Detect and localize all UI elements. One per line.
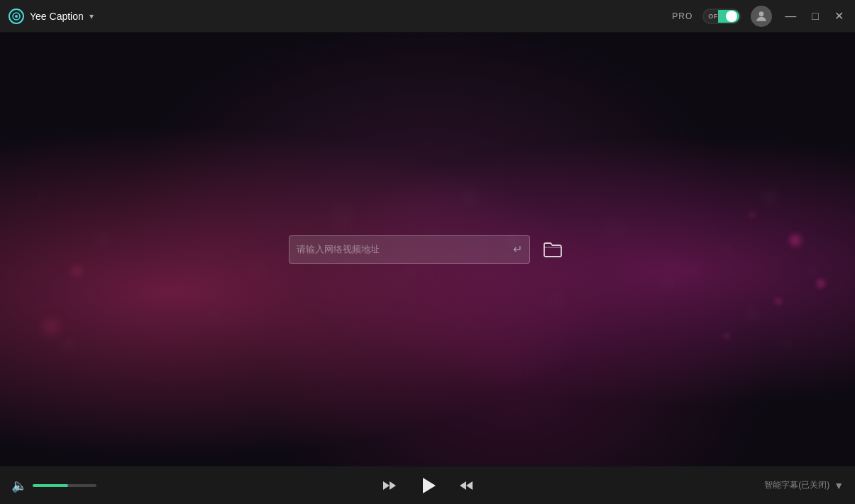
bokeh-circle (547, 292, 565, 310)
bokeh-circle (808, 267, 817, 275)
bokeh-circle (595, 159, 602, 166)
pro-toggle[interactable]: OFF (702, 9, 741, 24)
bokeh-circle (402, 263, 418, 279)
app-title: Yee Caption (30, 11, 84, 22)
fast-forward-button[interactable] (458, 478, 474, 493)
bokeh-circle (775, 298, 781, 304)
close-button[interactable]: ✕ (832, 9, 846, 23)
svg-marker-3 (383, 481, 390, 490)
volume-slider[interactable] (33, 484, 96, 487)
titlebar-right: PRO OFF — □ ✕ (672, 6, 846, 27)
maximize-button[interactable]: □ (809, 9, 822, 23)
bokeh-circle (746, 308, 759, 320)
titlebar: Yee Caption ▾ PRO OFF — □ ✕ (0, 0, 855, 33)
bokeh-circle (749, 212, 755, 218)
url-input-wrap: ↵ (289, 235, 530, 264)
subtitle-section: 智能字幕(已关闭) ▼ (730, 479, 844, 491)
controls-section (125, 475, 730, 496)
bokeh-circle (660, 276, 674, 291)
volume-icon[interactable]: 🔈 (11, 478, 27, 493)
play-button[interactable] (417, 475, 438, 496)
svg-point-2 (759, 11, 764, 16)
minimize-button[interactable]: — (782, 9, 799, 23)
bokeh-circle (72, 266, 82, 276)
volume-fill (33, 484, 68, 487)
bokeh-circle (22, 267, 29, 274)
bokeh-circle (790, 235, 801, 246)
bokeh-circle (783, 341, 790, 348)
bokeh-circle (423, 136, 433, 146)
pro-label: PRO (672, 11, 693, 21)
bokeh-circle (126, 159, 131, 165)
rewind-button[interactable] (382, 478, 397, 493)
center-input-area: ↵ (289, 235, 567, 264)
user-avatar[interactable] (751, 6, 772, 27)
titlebar-left: Yee Caption ▾ (9, 9, 94, 24)
bokeh-circle (460, 187, 480, 207)
volume-section: 🔈 (11, 478, 125, 493)
folder-button[interactable] (539, 235, 567, 264)
svg-marker-5 (423, 478, 436, 493)
bokeh-circle (38, 193, 47, 201)
dropdown-icon[interactable]: ▾ (89, 11, 94, 21)
bokeh-circle (762, 189, 778, 205)
bokeh-circle (246, 260, 267, 281)
bokeh-circle (296, 150, 303, 157)
bokeh-circle (817, 279, 825, 288)
bokeh-circle (62, 338, 75, 351)
bottom-bar: 🔈 智能字幕(已关闭) ▼ (0, 466, 855, 504)
svg-marker-4 (390, 481, 396, 490)
main-area: ↵ (0, 33, 855, 466)
url-input[interactable] (297, 244, 513, 254)
bokeh-circle (330, 202, 355, 227)
svg-marker-7 (466, 481, 473, 490)
bokeh-circle (722, 244, 732, 254)
bokeh-circle (44, 320, 58, 334)
app-logo (9, 9, 24, 24)
bokeh-circle (209, 309, 219, 319)
svg-marker-6 (460, 481, 466, 490)
bokeh-circle (682, 181, 687, 186)
bokeh-circle (603, 215, 628, 240)
bokeh-circle (724, 333, 729, 338)
svg-point-1 (15, 15, 18, 18)
toggle-thumb (726, 11, 737, 22)
bokeh-circle (94, 232, 111, 250)
bokeh-circle (151, 376, 157, 382)
subtitle-status: 智能字幕(已关闭) (764, 479, 829, 491)
enter-icon[interactable]: ↵ (513, 242, 522, 256)
toggle-off-text: OFF (708, 13, 722, 20)
subtitle-dropdown-icon[interactable]: ▼ (834, 480, 844, 491)
toggle-track: OFF (704, 10, 739, 23)
